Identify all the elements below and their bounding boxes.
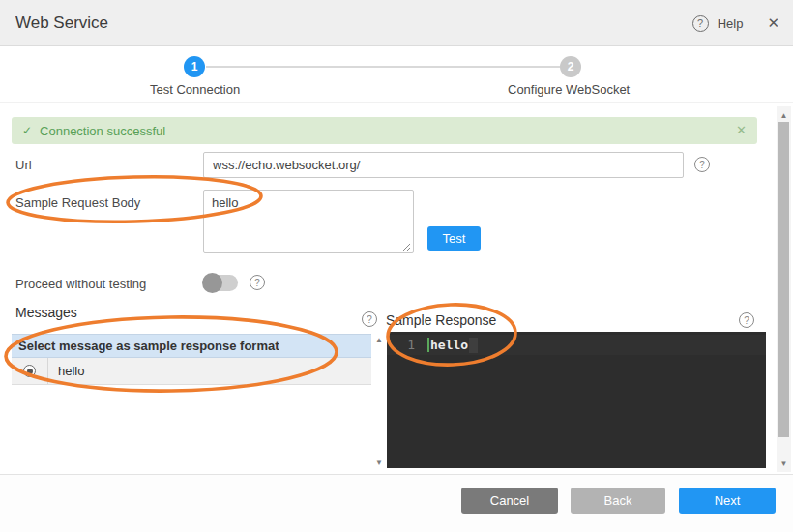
proceed-toggle[interactable] (203, 275, 238, 291)
help-link[interactable]: Help (718, 16, 744, 31)
close-icon[interactable] (767, 15, 779, 32)
success-banner-text: Connection successful (40, 124, 165, 138)
message-radio-selected[interactable] (23, 365, 36, 377)
wizard-stepper: 1 Test Connection 2 Configure WebSocket (0, 46, 793, 103)
dialog-footer: Cancel Back Next (0, 474, 793, 532)
scrollbar-thumb[interactable] (778, 122, 789, 437)
sample-response-help-icon[interactable] (739, 312, 754, 328)
messages-scroll-up-icon[interactable]: ▲ (375, 336, 383, 344)
code-text: hello (430, 338, 468, 352)
stepper-connector (206, 66, 560, 68)
proceed-label: Proceed without testing (15, 277, 146, 291)
vertical-scrollbar[interactable]: ▲ ▼ (777, 106, 791, 472)
editor-cursor-block (469, 338, 478, 353)
message-radio-cell (12, 358, 48, 384)
request-body-label: Sample Request Body (15, 195, 140, 210)
message-row[interactable]: hello (12, 358, 371, 385)
cancel-button[interactable]: Cancel (461, 488, 558, 514)
messages-help-icon[interactable] (362, 311, 377, 327)
banner-close-icon[interactable] (736, 123, 747, 137)
url-label: Url (15, 158, 32, 172)
code-line: 1 hello (387, 335, 766, 355)
check-icon (22, 124, 32, 137)
step-2-circle[interactable]: 2 (560, 56, 581, 77)
request-body-textarea[interactable]: hello (203, 190, 414, 253)
message-row-text: hello (48, 364, 84, 378)
step-1-circle[interactable]: 1 (184, 56, 205, 77)
back-button[interactable]: Back (571, 488, 665, 514)
scroll-up-icon[interactable]: ▲ (777, 108, 791, 122)
line-number: 1 (387, 338, 427, 352)
dialog-header: Web Service Help (0, 0, 793, 46)
success-banner: Connection successful (12, 117, 757, 144)
messages-section-label: Messages (15, 305, 77, 320)
web-service-dialog: Web Service Help 1 Test Connection 2 Con… (0, 0, 793, 532)
toggle-knob (202, 273, 222, 293)
url-help-icon[interactable] (694, 157, 710, 172)
messages-table: Select message as sample response format… (12, 334, 371, 385)
sample-response-label: Sample Response (386, 312, 496, 328)
step-1-label: Test Connection (150, 82, 240, 97)
messages-table-header: Select message as sample response format (12, 334, 371, 358)
scroll-down-icon[interactable]: ▼ (777, 457, 791, 470)
proceed-help-icon[interactable] (250, 275, 265, 290)
messages-scroll-down-icon[interactable]: ▼ (375, 458, 383, 467)
editor-caret (427, 338, 429, 352)
page-title: Web Service (15, 0, 108, 46)
next-button[interactable]: Next (679, 488, 776, 514)
sample-response-editor[interactable]: 1 hello (387, 332, 766, 468)
test-button[interactable]: Test (427, 226, 481, 251)
help-icon[interactable] (692, 15, 709, 32)
step-2-label: Configure WebSocket (508, 82, 630, 97)
url-input[interactable] (203, 152, 684, 178)
